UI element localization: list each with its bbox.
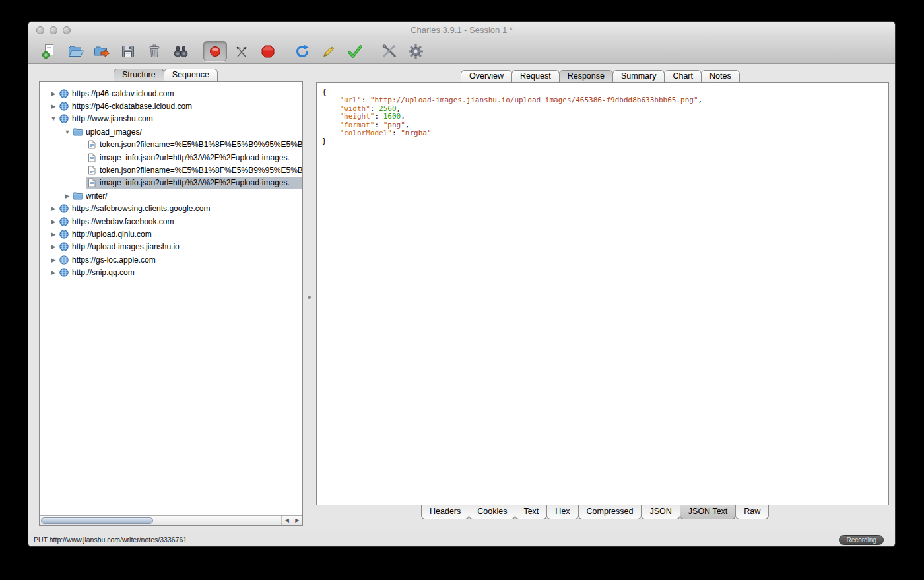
tree-node[interactable]: token.json?filename=%E5%B1%8F%E5%B9%95%E… [86,164,302,176]
new-session-icon[interactable] [37,41,61,61]
globe-icon [58,255,69,265]
tree-node[interactable]: https://gs-loc.apple.com [58,253,302,266]
expand-triangle-icon[interactable]: ▶ [49,257,58,263]
tree-row[interactable]: ▶https://gs-loc.apple.com [40,253,302,266]
record-icon[interactable] [203,41,227,61]
folder-icon [72,191,83,200]
minimize-button[interactable] [50,26,57,34]
tree-row[interactable]: ▶https://safebrowsing.clients.google.com [40,203,302,215]
tree-node[interactable]: https://safebrowsing.clients.google.com [58,203,302,215]
tree-node[interactable]: https://p46-caldav.icloud.com [58,87,302,100]
tab-sequence[interactable]: Sequence [164,69,218,81]
viewer-tabs: OverviewRequestResponseSummaryChartNotes [461,70,739,82]
settings-icon[interactable] [404,41,428,61]
tree-node[interactable]: http://upload-images.jianshu.io [58,241,302,253]
tree-row[interactable]: ▶https://p46-ckdatabase.icloud.com [40,100,302,112]
titlebar[interactable]: Charles 3.9.1 - Session 1 * [28,22,895,39]
tab-notes[interactable]: Notes [701,70,740,82]
tree-indent [40,259,49,260]
tab-overview[interactable]: Overview [461,70,512,82]
tab-raw[interactable]: Raw [735,505,769,519]
tree-row[interactable]: ▼upload_images/ [40,125,302,138]
tree-row[interactable]: ▶writer/ [40,189,302,202]
clear-session-icon[interactable] [143,41,166,61]
tab-hex[interactable]: Hex [546,505,578,519]
code-line: } [322,137,883,145]
close-button[interactable] [36,26,44,34]
tree-node[interactable]: http://snip.qq.com [58,266,302,278]
tree-row[interactable]: image_info.json?url=http%3A%2F%2Fupload-… [40,177,302,189]
zoom-button[interactable] [63,26,71,34]
expand-triangle-icon[interactable]: ▶ [49,269,58,276]
expand-triangle-icon[interactable]: ▶ [49,90,58,97]
globe-icon [58,268,69,277]
status-request-text: PUT http://www.jianshu.com/writer/notes/… [34,536,187,544]
horizontal-scrollbar[interactable]: ◀ ▶ [40,515,302,525]
scroll-left-icon[interactable]: ◀ [282,516,292,525]
expand-triangle-icon[interactable]: ▶ [63,193,72,199]
expand-triangle-icon[interactable]: ▶ [49,231,58,238]
tree-label: https://safebrowsing.clients.google.com [72,204,210,213]
tree-row[interactable]: ▶https://webdav.facebook.com [40,215,302,228]
tab-compressed[interactable]: Compressed [578,505,642,519]
tab-cookies[interactable]: Cookies [469,505,515,519]
edit-icon[interactable] [317,41,341,61]
tab-summary[interactable]: Summary [612,70,665,82]
expand-triangle-icon[interactable]: ▶ [49,103,58,110]
tree-row[interactable]: ▶http://upload-images.jianshu.io [40,241,302,253]
tree-node[interactable]: https://webdav.facebook.com [58,215,302,228]
globe-icon [58,204,69,213]
tree-row[interactable]: ▶http://upload.qiniu.com [40,228,302,240]
scroll-right-icon[interactable]: ▶ [292,516,303,525]
collapse-triangle-icon[interactable]: ▼ [49,115,58,122]
tab-request[interactable]: Request [512,70,560,82]
expand-triangle-icon[interactable]: ▶ [49,218,58,225]
tree-row[interactable]: token.json?filename=%E5%B1%8F%E5%B9%95%E… [40,164,302,176]
tab-structure[interactable]: Structure [114,69,164,81]
tree-row[interactable]: ▼http://www.jianshu.com [40,113,302,125]
validate-icon[interactable] [343,41,367,61]
tree-node[interactable]: writer/ [72,189,302,202]
scrollbar-thumb[interactable] [41,517,153,524]
tree-indent [40,183,77,183]
tab-chart[interactable]: Chart [664,70,702,82]
tree-label: http://snip.qq.com [72,268,135,277]
tree-label: https://webdav.facebook.com [72,217,174,226]
splitter-handle[interactable] [308,296,311,299]
tab-response[interactable]: Response [559,70,613,82]
tools-icon[interactable] [378,41,401,61]
tree-node[interactable]: http://www.jianshu.com [58,113,302,125]
tree-indent [40,247,49,247]
tree-node[interactable]: token.json?filename=%E5%B1%8F%E5%B9%95%E… [86,139,302,151]
tree-node[interactable]: image_info.json?url=http%3A%2F%2Fupload-… [86,151,302,164]
tree-row[interactable]: ▶http://snip.qq.com [40,266,302,278]
scrollbar-arrows: ◀ ▶ [281,516,302,525]
collapse-triangle-icon[interactable]: ▼ [63,129,72,135]
tree-row[interactable]: token.json?filename=%E5%B1%8F%E5%B9%95%E… [40,139,302,151]
tab-headers[interactable]: Headers [421,505,469,519]
tree-indent [40,119,49,119]
tab-text[interactable]: Text [515,505,547,519]
tree-node[interactable]: https://p46-ckdatabase.icloud.com [58,100,302,112]
repeat-icon[interactable] [290,41,314,61]
expand-triangle-icon[interactable]: ▶ [49,205,58,212]
globe-icon [58,89,69,98]
tree-row[interactable]: ▶https://p46-caldav.icloud.com [40,87,302,100]
tree-label: token.json?filename=%E5%B1%8F%E5%B9%95%E… [100,166,302,175]
save-session-icon[interactable] [116,41,140,61]
tree-node[interactable]: image_info.json?url=http%3A%2F%2Fupload-… [86,177,302,189]
tree-label: https://p46-caldav.icloud.com [72,89,174,98]
find-icon[interactable] [169,41,193,61]
throttle-icon[interactable] [230,41,253,61]
open-session-icon[interactable] [63,41,87,61]
breakpoints-icon[interactable] [256,41,280,61]
tree-node[interactable]: http://upload.qiniu.com [58,228,302,240]
expand-triangle-icon[interactable]: ▶ [49,243,58,250]
globe-icon [58,114,69,123]
tree-label: https://p46-ckdatabase.icloud.com [72,102,192,111]
tab-json-text[interactable]: JSON Text [680,505,737,519]
import-export-icon[interactable] [90,41,114,61]
tree-row[interactable]: image_info.json?url=http%3A%2F%2Fupload-… [40,151,302,164]
tree-node[interactable]: upload_images/ [72,125,302,138]
tab-json[interactable]: JSON [641,505,680,519]
